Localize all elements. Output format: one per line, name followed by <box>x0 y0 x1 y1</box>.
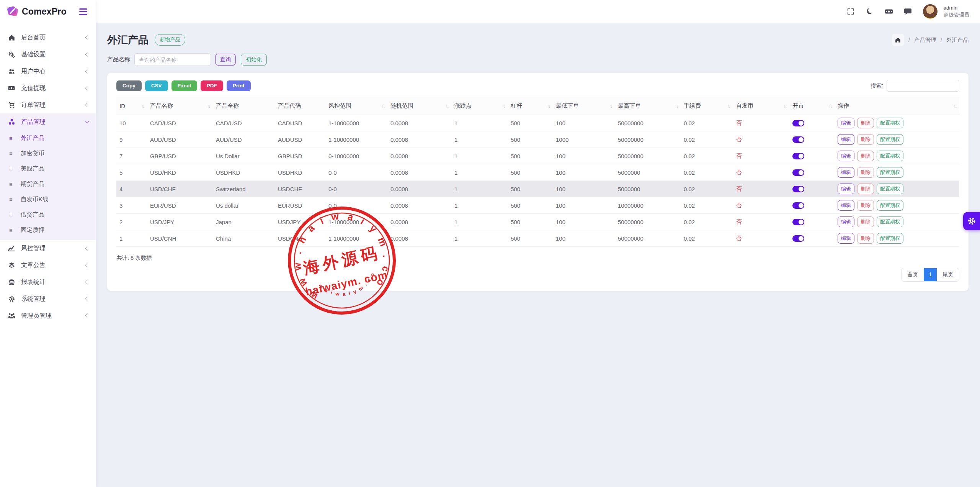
sidebar-subitem-us-stocks[interactable]: ≡ 美股产品 <box>0 161 96 176</box>
column-header-id[interactable]: ID <box>119 103 125 109</box>
print-button[interactable]: Print <box>227 80 251 91</box>
sort-icon[interactable]: ↑↓ <box>207 104 210 108</box>
pagination-last[interactable]: 尾页 <box>937 268 959 281</box>
excel-button[interactable]: Excel <box>172 80 197 91</box>
open-market-toggle[interactable] <box>792 136 804 143</box>
delete-button[interactable]: 删除 <box>857 167 874 178</box>
config-options-button[interactable]: 配置期权 <box>877 233 903 244</box>
column-header-actions[interactable]: 操作 <box>838 102 849 110</box>
sort-icon[interactable]: ↑↓ <box>675 104 678 108</box>
sidebar-subitem-futures[interactable]: ≡ 期货产品 <box>0 176 96 192</box>
open-market-toggle[interactable] <box>792 202 804 209</box>
sidebar-item-reports[interactable]: 报表统计 <box>0 274 96 290</box>
sidebar-item-orders[interactable]: 订单管理 <box>0 97 96 113</box>
open-market-toggle[interactable] <box>792 120 804 126</box>
admin-info[interactable]: admin 超级管理员 <box>944 5 970 18</box>
reset-button[interactable]: 初始化 <box>241 54 267 66</box>
sidebar-subitem-self-coin-kline[interactable]: ≡ 自发币K线 <box>0 192 96 207</box>
config-options-button[interactable]: 配置期权 <box>877 200 903 211</box>
config-options-button[interactable]: 配置期权 <box>877 216 903 227</box>
breadcrumb-home-icon[interactable] <box>892 34 904 46</box>
sidebar-subitem-fixed-staking[interactable]: ≡ 固定质押 <box>0 222 96 238</box>
sort-icon[interactable]: ↑↓ <box>954 104 956 108</box>
csv-button[interactable]: CSV <box>145 80 168 91</box>
product-name-input[interactable] <box>134 53 211 66</box>
sort-icon[interactable]: ↑↓ <box>141 104 144 108</box>
dark-mode-moon-icon[interactable] <box>866 7 874 16</box>
config-options-button[interactable]: 配置期权 <box>877 184 903 194</box>
sidebar-item-dashboard[interactable]: 后台首页 <box>0 29 96 46</box>
copy-button[interactable]: Copy <box>116 80 142 91</box>
pagination-current-page[interactable]: 1 <box>924 268 937 281</box>
sort-icon[interactable]: ↑↓ <box>829 104 831 108</box>
column-header-code[interactable]: 产品代码 <box>278 102 301 110</box>
column-header-open[interactable]: 开市 <box>792 102 804 110</box>
sort-icon[interactable]: ↑↓ <box>727 104 730 108</box>
sidebar-item-system[interactable]: 系统管理 <box>0 290 96 307</box>
open-market-toggle[interactable] <box>792 219 804 225</box>
sidebar-item-admins[interactable]: 管理员管理 <box>0 307 96 324</box>
edit-button[interactable]: 编辑 <box>838 233 854 244</box>
sort-icon[interactable]: ↑↓ <box>382 104 384 108</box>
sidebar-subitem-lending[interactable]: ≡ 借贷产品 <box>0 207 96 222</box>
sidebar-item-basic-settings[interactable]: 基础设置 <box>0 46 96 63</box>
sort-icon[interactable]: ↑↓ <box>502 104 505 108</box>
sort-icon[interactable]: ↑↓ <box>547 104 550 108</box>
column-header-full-name[interactable]: 产品全称 <box>216 102 239 110</box>
column-header-leverage[interactable]: 杠杆 <box>511 102 522 110</box>
table-search-input[interactable] <box>887 80 959 92</box>
config-options-button[interactable]: 配置期权 <box>877 151 903 161</box>
edit-button[interactable]: 编辑 <box>838 184 854 194</box>
sort-icon[interactable]: ↑↓ <box>784 104 786 108</box>
app-logo[interactable]: ComexPro <box>6 6 67 17</box>
config-options-button[interactable]: 配置期权 <box>877 118 903 128</box>
delete-button[interactable]: 删除 <box>857 134 874 145</box>
open-market-toggle[interactable] <box>792 235 804 242</box>
sort-icon[interactable]: ↑↓ <box>446 104 448 108</box>
delete-button[interactable]: 删除 <box>857 216 874 227</box>
config-options-button[interactable]: 配置期权 <box>877 167 903 178</box>
open-market-toggle[interactable] <box>792 186 804 192</box>
column-header-min-order[interactable]: 最低下单 <box>556 102 579 110</box>
column-header-risk-range[interactable]: 风控范围 <box>328 102 351 110</box>
delete-button[interactable]: 删除 <box>857 233 874 244</box>
sidebar-subitem-crypto[interactable]: ≡ 加密货币 <box>0 146 96 161</box>
sort-icon[interactable]: ↑↓ <box>609 104 612 108</box>
breadcrumb-item-products[interactable]: 产品管理 <box>914 36 936 44</box>
floating-settings-button[interactable] <box>963 212 980 230</box>
column-header-change-point[interactable]: 涨跌点 <box>454 102 472 110</box>
edit-button[interactable]: 编辑 <box>838 151 854 161</box>
avatar[interactable] <box>923 4 938 19</box>
edit-button[interactable]: 编辑 <box>838 118 854 128</box>
delete-button[interactable]: 删除 <box>857 184 874 194</box>
fullscreen-icon[interactable] <box>846 7 855 16</box>
config-options-button[interactable]: 配置期权 <box>877 134 903 145</box>
edit-button[interactable]: 编辑 <box>838 200 854 211</box>
edit-button[interactable]: 编辑 <box>838 134 854 145</box>
sidebar-item-risk-control[interactable]: 风控管理 <box>0 240 96 257</box>
sidebar-item-announcements[interactable]: 文章公告 <box>0 257 96 274</box>
add-product-button[interactable]: 新增产品 <box>155 34 185 46</box>
edit-button[interactable]: 编辑 <box>838 167 854 178</box>
menu-toggle-button[interactable] <box>78 7 88 16</box>
edit-button[interactable]: 编辑 <box>838 216 854 227</box>
column-header-name[interactable]: 产品名称 <box>150 102 173 110</box>
sidebar-item-products[interactable]: 产品管理 <box>0 113 96 130</box>
open-market-toggle[interactable] <box>792 169 804 176</box>
sidebar-item-deposit-withdraw[interactable]: 充值提现 <box>0 80 96 97</box>
sidebar-subitem-forex[interactable]: ≡ 外汇产品 <box>0 130 96 146</box>
delete-button[interactable]: 删除 <box>857 200 874 211</box>
sidebar-item-user-center[interactable]: 用户中心 <box>0 63 96 80</box>
query-button[interactable]: 查询 <box>215 54 236 66</box>
open-market-toggle[interactable] <box>792 153 804 159</box>
column-header-self-coin[interactable]: 自发币 <box>736 102 753 110</box>
delete-button[interactable]: 删除 <box>857 118 874 128</box>
column-header-fee[interactable]: 手续费 <box>684 102 701 110</box>
column-header-max-order[interactable]: 最高下单 <box>618 102 641 110</box>
breadcrumb-item-forex[interactable]: 外汇产品 <box>946 36 969 44</box>
delete-button[interactable]: 删除 <box>857 151 874 161</box>
pdf-button[interactable]: PDF <box>201 80 223 91</box>
pagination-first[interactable]: 首页 <box>902 268 924 281</box>
wallet-icon[interactable] <box>885 7 893 16</box>
column-header-random-range[interactable]: 随机范围 <box>390 102 413 110</box>
